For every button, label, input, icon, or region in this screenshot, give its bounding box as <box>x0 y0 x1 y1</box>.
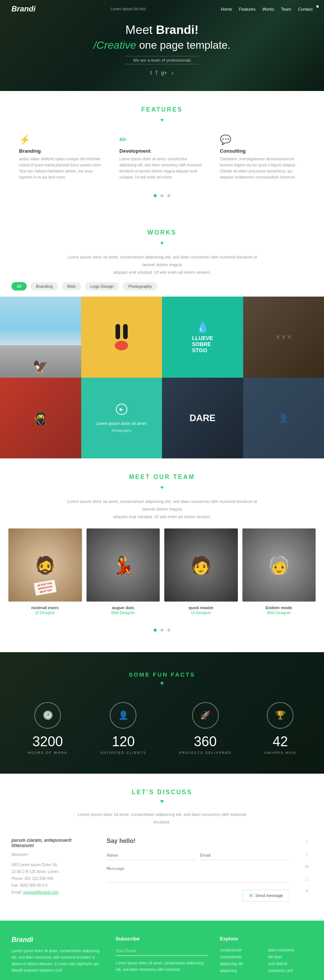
work-item-portrait[interactable]: 👤 <box>243 378 324 459</box>
hero-social: t f g+ ♪ <box>151 70 174 76</box>
email-input[interactable] <box>200 851 290 860</box>
nav-team[interactable]: Team <box>281 7 291 11</box>
nav-logo[interactable]: Brandi <box>11 5 35 13</box>
message-textarea[interactable] <box>107 864 290 883</box>
fact-clients-number: 120 <box>100 735 146 749</box>
works-filters: All Branding Web Logo Design Photography <box>0 282 324 297</box>
fact-awards-number: 42 <box>265 735 296 749</box>
name-input[interactable] <box>107 851 196 860</box>
member3-name: quod maxim <box>164 605 238 610</box>
filter-photo[interactable]: Photography <box>123 282 157 290</box>
work-item-ninja[interactable]: 🥷 <box>0 378 81 459</box>
footer-link-6: elit diam <box>268 953 313 960</box>
footer-subscribe-text: Lorem ipsum dolor sit amet, consectetuer… <box>115 960 208 973</box>
dribbble-social-icon[interactable]: △ <box>302 874 311 883</box>
nav-contact[interactable]: Contact <box>298 7 313 11</box>
footer-link-4: adipiscing <box>220 967 265 974</box>
team-dot-3[interactable] <box>167 629 170 632</box>
send-button[interactable]: ✉ Send message <box>242 890 290 902</box>
person-silhouette-4: 🧓 <box>268 555 290 575</box>
fact-hours: 🕐 3200 HOURS OF WORK <box>28 702 67 755</box>
dot-2[interactable] <box>160 194 164 197</box>
features-section: FEATURES ♥ ⚡ Branding asdss sabre sleife… <box>0 91 324 214</box>
rabbit-ear-right <box>123 324 128 339</box>
fact-hours-number: 3200 <box>28 735 67 749</box>
discuss-title: LET'S DISCUSS <box>11 789 313 796</box>
work-item-overlay[interactable]: ▶ Lorem ipsum dolor sit amet. Photograph… <box>81 378 162 459</box>
fact-projects: 🚀 360 PROJECTS DELIVERED <box>179 702 232 755</box>
dot-1[interactable] <box>154 194 157 197</box>
twitter-icon[interactable]: t <box>151 70 152 76</box>
lueve-text: LLUEVESOBRESTGO <box>192 335 213 353</box>
play-button[interactable]: ▶ <box>116 404 127 415</box>
work-item-dare[interactable]: DARE <box>162 378 243 459</box>
footer-explore-title: Explore <box>220 936 313 942</box>
filter-logo[interactable]: Logo Design <box>85 282 119 290</box>
footer-explore-link-1[interactable]: consectetuer <box>220 948 242 952</box>
play-icon: ▶ <box>120 407 123 412</box>
hero-creative: /Creative <box>93 39 136 51</box>
team-description: Lorem ipsum dolor sit amet, consectetuer… <box>0 498 324 528</box>
fact-projects-number: 360 <box>179 735 232 749</box>
hero-subtitle: We are a team of professionals <box>125 56 199 64</box>
team-photo-2: 💃 <box>87 528 160 602</box>
rabbit-face <box>115 341 128 350</box>
footer-explore-link-5[interactable]: diam nonummy <box>268 948 294 952</box>
team-title: MEET OUR TEAM <box>0 458 324 484</box>
features-title: FEATURES <box>0 91 324 117</box>
dot-3[interactable] <box>167 194 170 197</box>
pinterest-social-icon[interactable]: ♦ <box>302 886 311 895</box>
footer-explore-link-6[interactable]: elit diam <box>268 955 282 959</box>
works-grid-row1: 🦅 💧 LLUEVESOBRESTGO ⚔️ ⚔️ ⚔️ <box>0 297 324 378</box>
nav-home[interactable]: Home <box>221 7 232 11</box>
footer-explore-link-2[interactable]: consectetuer <box>220 955 242 959</box>
rss-social-icon[interactable]: ⊕ <box>302 862 311 871</box>
footer-explore-link-8[interactable]: nonummy zzril <box>268 969 292 973</box>
discuss-description: Lorem ipsum dolor sit amet, consectetuer… <box>11 811 313 826</box>
team-dot-2[interactable] <box>160 629 164 632</box>
feature-development: ✏ Development Lorem ipsum dolor sit amet… <box>112 134 212 180</box>
footer-grid: Brandi Lorem ipsum dolor sit amet, conse… <box>11 936 313 974</box>
features-grid: ⚡ Branding asdss sabre sleifend optios c… <box>0 131 324 188</box>
contact-email-link[interactable]: support@brandi.com <box>23 890 59 894</box>
nav-works[interactable]: Works <box>262 7 274 11</box>
team-member-3: 🧑 quod maxim UI Designer <box>164 528 238 615</box>
filter-all[interactable]: All <box>11 282 27 290</box>
fact-hours-label: HOURS OF WORK <box>28 751 67 755</box>
discuss-contact-info: parum claram, anteposuerit litterarum! l… <box>11 838 95 902</box>
footer-explore-link-4[interactable]: adipiscing <box>220 969 237 973</box>
team-photo-4: 🧓 <box>242 528 316 602</box>
hero-brand: Brandi! <box>156 23 199 37</box>
footer-link-2: consectetuer <box>220 953 265 960</box>
facebook-social-icon[interactable]: f <box>302 838 311 847</box>
footer-email-input[interactable] <box>115 946 208 956</box>
work-item-rabbit[interactable] <box>81 297 162 378</box>
work-item-lueve[interactable]: 💧 LLUEVESOBRESTGO <box>162 297 243 378</box>
branding-icon: ⚡ <box>19 134 104 145</box>
team-section: MEET OUR TEAM ♥ Lorem ipsum dolor sit am… <box>0 458 324 652</box>
branding-text: asdss sabre sleifend optios conque nihl … <box>19 156 104 180</box>
footer-explore-link-7[interactable]: zzril delenit <box>268 962 287 966</box>
team-dot-1[interactable] <box>154 629 157 632</box>
footer-explore-link-3[interactable]: adipiscing elit <box>220 962 243 966</box>
footer-about: Brandi Lorem ipsum dolor sit amet, conse… <box>11 936 104 974</box>
music-icon[interactable]: ♪ <box>171 70 173 76</box>
work-item-soldiers[interactable]: ⚔️ ⚔️ ⚔️ <box>243 297 324 378</box>
googleplus-icon[interactable]: g+ <box>161 70 167 76</box>
branding-title: Branding <box>19 148 104 154</box>
form-heading: Say hello! <box>107 838 290 844</box>
filter-branding[interactable]: Branding <box>30 282 58 290</box>
member1-name: nostrud exerc <box>8 605 82 610</box>
facebook-icon[interactable]: f <box>156 70 157 76</box>
facts-heart: ♥ <box>11 680 313 687</box>
nav-features[interactable]: Features <box>239 7 255 11</box>
rocket-icon: 🚀 <box>192 702 219 729</box>
fact-awards: 🏆 42 AWARDS WON <box>265 702 296 755</box>
filter-web[interactable]: Web <box>62 282 81 290</box>
twitter-social-icon[interactable]: t <box>302 850 311 859</box>
fact-projects-label: PROJECTS DELIVERED <box>179 751 232 755</box>
footer-link-3: adipiscing elit <box>220 960 265 967</box>
work-item-pelican[interactable]: 🦅 <box>0 297 81 378</box>
send-label: Send message <box>255 893 283 898</box>
overlay-sub: Photography <box>112 429 131 433</box>
